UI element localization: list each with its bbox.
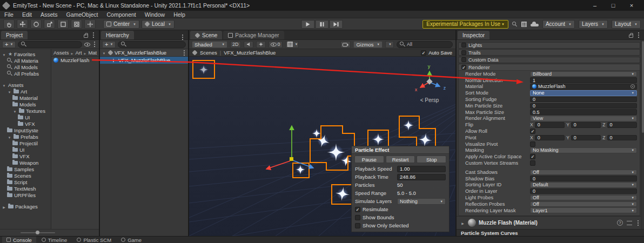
tab-hierarchy[interactable]: Hierarchy xyxy=(101,31,134,39)
asset-muzzleflash[interactable]: MuzzleFlash xyxy=(51,57,99,64)
account-dropdown[interactable]: Account xyxy=(542,20,575,29)
perspective-label[interactable]: < Persp xyxy=(420,97,439,103)
close-button[interactable]: × xyxy=(622,2,641,9)
gizmo-plane-handle[interactable] xyxy=(290,157,293,161)
fx-pause-button[interactable]: Pause xyxy=(354,156,384,163)
show-only-selected-checkbox[interactable] xyxy=(355,223,360,228)
simulate-layers-dropdown[interactable]: Nothing xyxy=(397,198,446,205)
tree-folder[interactable]: Models xyxy=(0,101,51,107)
hidden-assets-icon[interactable] xyxy=(84,43,90,46)
masking-dropdown[interactable]: No Masking xyxy=(530,147,637,153)
layers-dropdown[interactable]: Layers xyxy=(579,20,608,29)
tree-folder[interactable]: Script xyxy=(0,179,51,185)
menu-assets[interactable]: Assets xyxy=(41,11,58,18)
scene-viewport[interactable]: y x z < Persp Particle Effect Pause Rest… xyxy=(189,57,455,236)
module-renderer[interactable]: Renderer xyxy=(459,64,640,71)
auto-save-checkbox[interactable] xyxy=(421,50,426,56)
tab-timeline[interactable]: Timeline xyxy=(37,237,72,243)
axis-z-label[interactable]: z xyxy=(444,85,446,91)
orientation-gizmo[interactable]: y x z < Persp xyxy=(415,64,446,103)
tab-game[interactable]: Game xyxy=(117,237,146,243)
breadcrumb-assets[interactable]: Assets xyxy=(53,50,69,56)
shadow-bias-field[interactable]: 0 xyxy=(530,176,637,181)
play-button[interactable] xyxy=(301,20,315,29)
order-in-layer-field[interactable]: 0 xyxy=(530,188,637,194)
minimize-button[interactable]: – xyxy=(586,2,604,9)
min-particle-size-field[interactable]: 0 xyxy=(530,103,637,109)
audio-toggle[interactable] xyxy=(244,41,253,48)
menu-gameobject[interactable]: GameObject xyxy=(66,11,98,18)
breadcrumb-current-scene[interactable]: VFX_MuzzleFlashBlue xyxy=(224,50,276,56)
rotation-mode-button[interactable]: Local xyxy=(142,20,175,29)
menu-window[interactable]: Window xyxy=(145,11,165,18)
lock-icon[interactable] xyxy=(84,35,88,38)
menu-help[interactable]: Help xyxy=(173,11,185,18)
lock-icon[interactable] xyxy=(629,35,633,38)
transform-tool-button[interactable] xyxy=(71,19,82,29)
axis-y-label[interactable]: y xyxy=(428,64,431,69)
tree-packages-root[interactable]: Packages xyxy=(0,203,51,210)
rect-tool-button[interactable] xyxy=(57,19,69,29)
experimental-packages-button[interactable]: Experimental Packages In Use xyxy=(422,20,508,29)
step-button[interactable] xyxy=(330,20,343,29)
tree-assets-root[interactable]: Assets xyxy=(0,82,51,88)
tree-folder[interactable]: Samples xyxy=(0,166,51,172)
context-menu-icon[interactable] xyxy=(638,222,639,224)
tree-folder[interactable]: Textures xyxy=(0,107,51,114)
module-checkbox[interactable] xyxy=(461,57,466,62)
scene-header-row[interactable]: VFX_MuzzleFlashBlue xyxy=(100,49,188,57)
axis-x-label[interactable]: x xyxy=(415,87,418,92)
hierarchy-search-input[interactable] xyxy=(128,42,183,48)
tab-plastic-scm[interactable]: Plastic SCM xyxy=(72,237,116,243)
view-tool-button[interactable] xyxy=(3,19,15,29)
sort-mode-dropdown[interactable]: None xyxy=(530,90,637,96)
tree-folder[interactable]: Weapon xyxy=(0,159,51,166)
grid-toggle[interactable] xyxy=(285,41,299,48)
scene-search[interactable] xyxy=(397,41,453,48)
fx-restart-button[interactable]: Restart xyxy=(386,156,415,163)
menu-component[interactable]: Component xyxy=(106,11,136,18)
project-options-icon[interactable] xyxy=(94,44,95,45)
help-icon[interactable]: ? xyxy=(617,220,623,226)
particle-effect-title[interactable]: Particle Effect xyxy=(352,146,449,154)
reflection-probes-dropdown[interactable]: Off xyxy=(530,201,637,207)
module-custom-data[interactable]: Custom Data xyxy=(458,57,640,63)
tab-package-manager[interactable]: Package Manager xyxy=(223,31,284,39)
pivot-x-field[interactable]: 0 xyxy=(535,135,565,141)
cloud-icon[interactable] xyxy=(531,22,539,26)
rendering-layer-mask-dropdown[interactable]: Layer1 xyxy=(530,207,637,213)
project-search-input[interactable] xyxy=(28,42,79,48)
scene-visibility-toggle[interactable]: 0 xyxy=(269,41,283,48)
breadcrumb-scenes[interactable]: Scenes xyxy=(200,50,217,56)
normal-direction-field[interactable]: 1 xyxy=(530,77,637,83)
panel-menu-icon[interactable] xyxy=(182,37,183,38)
search-icon[interactable] xyxy=(512,22,518,27)
tree-folder[interactable]: Prefabs xyxy=(0,133,51,140)
tree-folder[interactable]: UI xyxy=(0,146,51,153)
module-checkbox[interactable] xyxy=(461,65,466,70)
auto-save-control[interactable]: Auto Save xyxy=(421,50,452,56)
tree-folder[interactable]: VFX xyxy=(0,120,51,127)
camera-settings-icon[interactable] xyxy=(340,41,351,48)
pivot-z-field[interactable]: 0 xyxy=(607,135,637,141)
fx-stop-button[interactable]: Stop xyxy=(417,156,446,163)
tree-folder[interactable]: InputSyste xyxy=(0,127,51,133)
tab-inspector[interactable]: Inspector xyxy=(458,31,489,39)
create-object-button[interactable] xyxy=(102,41,116,48)
object-picker-icon[interactable] xyxy=(630,84,635,89)
favorite-all-models[interactable]: All Models xyxy=(0,64,51,70)
move-tool-button[interactable] xyxy=(17,19,28,29)
tab-scene[interactable]: Scene xyxy=(190,31,222,39)
project-search[interactable] xyxy=(18,41,82,48)
scene-options-icon[interactable] xyxy=(184,52,185,53)
tree-folder[interactable]: Material xyxy=(0,94,51,101)
create-asset-button[interactable] xyxy=(2,41,16,48)
panel-menu-icon[interactable] xyxy=(638,35,639,36)
max-particle-size-field[interactable]: 0.5 xyxy=(530,109,637,115)
pause-button[interactable] xyxy=(316,20,329,29)
render-alignment-dropdown[interactable]: View xyxy=(530,116,637,122)
panel-menu-icon[interactable] xyxy=(93,35,94,36)
tree-folder[interactable]: TextMesh xyxy=(0,185,51,192)
thumbnail-size-slider[interactable] xyxy=(21,232,55,233)
tab-console[interactable]: Console xyxy=(2,237,36,243)
